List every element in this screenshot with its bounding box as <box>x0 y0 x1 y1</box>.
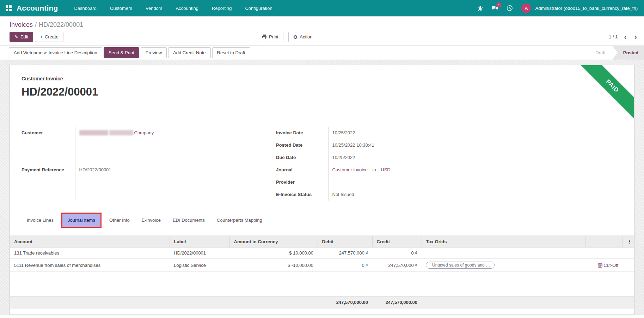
tab-journal-items[interactable]: Journal Items <box>62 214 100 227</box>
top-nav: Accounting Dashboard Customers Vendors A… <box>0 0 644 16</box>
send-print-button[interactable]: Send & Print <box>104 47 139 58</box>
col-tax-grids[interactable]: Tax Grids <box>422 236 585 247</box>
invoice-date-label: Invoice Date <box>276 127 328 139</box>
action-button[interactable]: ⚙ Action <box>288 32 318 42</box>
messages-badge: 1 <box>496 2 501 7</box>
cell-label: HD/2022/00001 <box>170 247 229 259</box>
menu-reporting[interactable]: Reporting <box>212 6 232 11</box>
debug-bug-icon[interactable] <box>477 5 483 11</box>
cell-extra: Cut-Off <box>585 259 622 272</box>
printer-icon <box>262 35 267 39</box>
table-header-row: Account Label Amount in Currency Debit C… <box>10 236 634 247</box>
create-button[interactable]: + Create <box>35 32 63 42</box>
field-groups: Customer Company Payment Reference HD/20… <box>10 98 634 201</box>
cell-tax-grids: +Untaxed sales of goods and servic... <box>422 259 585 272</box>
breadcrumb-invoices[interactable]: Invoices <box>10 21 33 28</box>
col-label[interactable]: Label <box>170 236 229 247</box>
pager-next-icon[interactable]: › <box>633 35 638 39</box>
cell-debit: 247,570,000 ₫ <box>318 247 372 259</box>
document-name: HD/2022/00001 <box>22 86 622 98</box>
table-row[interactable]: 131 Trade receivables HD/2022/00001 $ 10… <box>10 247 634 259</box>
customer-link[interactable]: Company <box>134 130 154 135</box>
user-avatar[interactable]: A <box>521 4 531 13</box>
tab-invoice-lines[interactable]: Invoice Lines <box>22 214 59 227</box>
redacted-customer-name-2 <box>109 130 133 135</box>
totals-row: 247,570,000.00 247,570,000.00 <box>10 296 634 308</box>
cell-account: 5111 Revenue from sales of merchandises <box>10 259 170 272</box>
breadcrumb-current: HD/2022/00001 <box>39 21 83 28</box>
journal-value: Customer invoice in USD <box>328 164 445 176</box>
journal-link[interactable]: Customer invoice <box>332 167 368 172</box>
cell-amount-currency: $ 10,000.00 <box>229 247 318 259</box>
col-account[interactable]: Account <box>10 236 170 247</box>
empty-rows-area <box>10 272 634 296</box>
control-bar: ✎ Edit + Create Print ⚙ Action 1 / 1 ‹ › <box>0 29 644 45</box>
tab-e-invoice[interactable]: E-Invoice <box>136 214 166 227</box>
app-brand[interactable]: Accounting <box>17 4 58 12</box>
table-row[interactable]: 5111 Revenue from sales of merchandises … <box>10 259 634 272</box>
status-bar: Add Vietnamese Invoice Line Description … <box>0 45 644 60</box>
preview-button[interactable]: Preview <box>141 47 167 58</box>
gear-icon: ⚙ <box>293 34 298 40</box>
col-extra <box>585 236 622 247</box>
menu-customers[interactable]: Customers <box>110 6 132 11</box>
menu-vendors[interactable]: Vendors <box>146 6 162 11</box>
pencil-icon: ✎ <box>14 34 18 39</box>
cell-account: 131 Trade receivables <box>10 247 170 259</box>
main-menu: Dashboard Customers Vendors Accounting R… <box>74 6 272 11</box>
col-debit[interactable]: Debit <box>318 236 372 247</box>
redacted-customer-name <box>79 130 108 135</box>
state-widget: Draft Posted <box>583 46 644 60</box>
add-credit-note-button[interactable]: Add Credit Note <box>168 47 211 58</box>
activities-clock-icon[interactable] <box>507 5 513 11</box>
provider-value <box>328 176 445 188</box>
add-vietnamese-description-button[interactable]: Add Vietnamese Invoice Line Description <box>9 47 102 58</box>
content-area: PAID Customer Invoice HD/2022/00001 Cust… <box>0 60 644 315</box>
menu-configuration[interactable]: Configuration <box>245 6 272 11</box>
pager-prev-icon[interactable]: ‹ <box>622 35 628 39</box>
tab-other-info[interactable]: Other Info <box>104 214 135 227</box>
state-posted[interactable]: Posted <box>618 46 644 60</box>
cell-debit: 0 ₫ <box>318 259 372 272</box>
journal-in-text: in <box>373 167 376 172</box>
reset-to-draft-button[interactable]: Reset to Draft <box>212 47 250 58</box>
journal-currency-link[interactable]: USD <box>381 167 390 172</box>
menu-dashboard[interactable]: Dashboard <box>74 6 97 11</box>
apps-grid-icon[interactable] <box>6 5 12 11</box>
tab-counterparts-mapping[interactable]: Counterparts Mapping <box>211 214 268 227</box>
cell-extra <box>585 247 622 259</box>
tax-grid-tag: +Untaxed sales of goods and servic... <box>426 262 495 269</box>
messages-icon[interactable]: 1 <box>492 5 498 11</box>
state-draft[interactable]: Draft <box>583 46 618 60</box>
journal-label: Journal <box>276 164 328 176</box>
col-credit[interactable]: Credit <box>372 236 422 247</box>
cell-credit: 0 ₫ <box>372 247 422 259</box>
document-type-label: Customer Invoice <box>22 76 622 81</box>
tab-edi-documents[interactable]: EDI Documents <box>167 214 210 227</box>
posted-date-value: 10/25/2022 10:38:41 <box>328 139 445 151</box>
user-name[interactable]: Administrator (odoo15_to_bank_currency_r… <box>535 6 638 11</box>
due-date-value: 10/25/2022 <box>328 151 445 164</box>
plus-icon: + <box>40 34 43 39</box>
col-amount-currency[interactable]: Amount in Currency <box>229 236 318 247</box>
invoice-date-value: 10/25/2022 <box>328 127 445 139</box>
journal-items-table: Account Label Amount in Currency Debit C… <box>10 236 634 308</box>
total-debit: 247,570,000.00 <box>318 296 372 308</box>
print-button[interactable]: Print <box>257 32 283 42</box>
payment-reference-value: HD/2022/00001 <box>75 164 268 201</box>
optional-columns-icon[interactable]: ⋮ <box>622 236 634 247</box>
cut-off-link[interactable]: Cut-Off <box>598 263 618 268</box>
payment-reference-label: Payment Reference <box>22 164 75 201</box>
edit-button[interactable]: ✎ Edit <box>10 32 33 42</box>
breadcrumb: Invoices/HD/2022/00001 <box>0 16 644 29</box>
cell-tax-grids <box>422 247 585 259</box>
calendar-icon <box>598 263 602 268</box>
customer-value: Company <box>75 127 268 164</box>
posted-date-label: Posted Date <box>276 139 328 151</box>
pager: 1 / 1 ‹ › <box>609 34 638 39</box>
einvoice-status-label: E-Invoice Status <box>276 188 328 201</box>
menu-accounting[interactable]: Accounting <box>176 6 198 11</box>
due-date-label: Due Date <box>276 151 328 164</box>
provider-label: Provider <box>276 176 328 188</box>
customer-label: Customer <box>22 127 75 164</box>
